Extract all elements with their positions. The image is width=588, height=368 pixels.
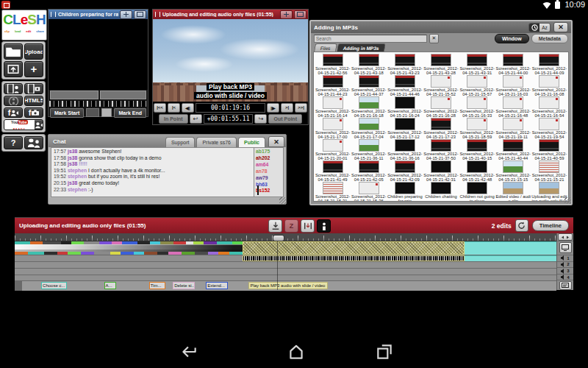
file-item[interactable]: Screenshot_2012-04-15-21-44-00 [495,54,531,75]
file-item[interactable]: Edited video / audio clip [495,182,531,202]
sort-alphabetical-icon[interactable]: Az [539,24,550,32]
file-item[interactable]: Screenshot_2012-04-15-21-15-21 [531,160,567,182]
clip-filmstrip[interactable] [49,101,147,107]
file-item[interactable]: Screenshot_2012-04-15-21-19-54 [531,118,567,139]
file-item[interactable]: Screenshot_2012-04-15-21-44-46 [387,75,423,96]
facebook-photo-button[interactable]: f [24,107,43,118]
audio-waveform-clip[interactable] [243,255,465,261]
audio-track-3[interactable] [15,269,556,275]
film-reel-button[interactable] [4,96,23,107]
file-item[interactable]: Screenshot_2012-04-15-21-15-15 [495,160,531,182]
file-item[interactable]: Screenshot_2012-04-15-21-17-23 [423,118,459,139]
transport-back-button[interactable]: |<< [154,103,166,113]
audio-track-2[interactable] [15,262,556,269]
file-item[interactable]: Screenshot_2012-04-15-21-17-04 [351,118,387,139]
window-mode-button[interactable]: Window [495,34,529,43]
chat-tab-private-ss76[interactable]: Private ss76 [196,137,237,147]
video-track[interactable] [15,241,556,255]
youtube-ready-button[interactable]: YouTube READY [4,119,43,130]
media-browser-close-button[interactable]: ✕ [553,22,568,32]
file-item[interactable]: Screenshot_2012-04-15-21-41-49 [315,160,351,182]
speaker-icon[interactable]: 3 [561,269,569,274]
file-item[interactable]: Screenshot_2012-04-15-21-42-48 [459,160,495,182]
file-item[interactable]: Screenshot_2012-04-15-21-44-09 [531,54,567,75]
file-item[interactable]: Children chatting [423,182,459,202]
file-item[interactable]: Screenshot_2012-04-15-21-20-01 [315,139,351,160]
file-item[interactable]: Screenshot_2012-04-15-21-43-31 [459,54,495,75]
sort-by-time-icon[interactable] [529,24,539,32]
file-item[interactable]: Screenshot_2012-04-15-21-18-59 [459,118,495,139]
mobile-video-export-button[interactable] [4,83,23,94]
upload-button[interactable]: Upload [24,43,43,60]
search-clear-icon[interactable]: ✕ [429,34,439,43]
resize-handle-icon[interactable] [279,197,286,204]
recent-apps-button[interactable] [375,342,394,361]
caption-clip[interactable]: Extend... [206,282,227,289]
ruler-handle[interactable] [273,235,284,241]
clip-progress-left[interactable] [50,91,98,99]
file-item[interactable]: Screenshot_2012-04-15-21-36-16 [387,139,423,160]
file-item[interactable]: Screenshot_2012-04-15-21-16-03 [495,75,531,96]
facebook-video-button[interactable]: f [4,107,23,118]
file-item[interactable]: Children preparing for rain [387,182,423,202]
file-item[interactable]: Screenshot_2012-04-15-21-16-18 [351,96,387,118]
audio-track-4[interactable] [15,275,556,281]
transport-forward-button[interactable]: |▶ [267,103,279,113]
caption-clip[interactable]: Choose c... [41,282,67,289]
overwrite-edit-icon[interactable] [301,219,315,233]
audio-track-1[interactable] [15,255,556,262]
clip-monitor-titlebar[interactable]: Children preparing for rain (00:22) [49,10,148,19]
file-item[interactable]: Screenshot_2012-04-15-21-17-00 [315,118,351,139]
file-item[interactable]: Screenshot_2012-04-15-21-42-56 [315,54,351,75]
speaker-icon[interactable]: 4 [561,275,569,280]
media-browser-header[interactable]: Adding in MP3s Az ✕ [311,21,571,33]
file-item[interactable]: Screenshot_2012-04-15-21-42-05 [351,160,387,182]
file-item[interactable]: Screenshot_2012-04-15-21-16-08 [531,75,567,96]
chat-titlebar[interactable]: Chat SupportPrivate ss76Public ✕ [49,135,286,147]
window-move-button[interactable] [120,10,132,19]
range-zoom-button[interactable] [558,233,573,241]
insert-edit-icon[interactable] [268,219,282,233]
file-item[interactable]: Screenshot_2012-04-15-21-43-18 [351,54,387,75]
tab-files[interactable]: Files [314,43,337,52]
file-item[interactable]: Screenshot_2012-04-15-21-36-11 [351,139,387,160]
file-item[interactable]: Screenshot_2012-04-15-21-42-09 [387,160,423,182]
file-item[interactable]: Uploading and editing audio only files [531,182,567,202]
window-maximize-button[interactable] [294,10,306,19]
clip-progress-right[interactable] [100,91,146,99]
caption-clip[interactable]: Play back MP3 audio with slide / video [248,282,328,289]
file-item[interactable]: Screenshot_2012-04-15-21-15-31 [315,182,351,202]
file-item[interactable]: Screenshot_2012-04-15-21-16-33 [459,96,495,118]
resize-handle-icon[interactable] [564,197,571,204]
chat-message-list[interactable]: 17:57js38awesome Stephen!17:58js38gonna … [51,147,254,197]
mark-range-box[interactable] [101,108,112,117]
home-button[interactable] [287,342,306,361]
file-item[interactable]: Children not going to sleep [459,182,495,202]
transport-forward-button[interactable]: >| [281,103,293,113]
out-point-button[interactable]: Out Point [268,114,302,124]
collaborators-button[interactable] [24,136,43,149]
metadata-button[interactable]: Metadata [531,34,568,43]
file-item[interactable]: Screenshot_2012-04-15-21-15-52 [423,75,459,96]
history-button[interactable] [515,219,528,232]
file-item[interactable]: Screenshot_2012-04-15-21-43-23 [387,54,423,75]
file-item[interactable]: Screenshot_2012-04-15-21-44-37 [351,75,387,96]
file-item[interactable]: Screenshot_2012-04-15-21-17-12 [387,118,423,139]
speaker-icon[interactable]: 1 [561,255,569,261]
file-item[interactable]: Screenshot_2012-04-15-21-42-31 [423,160,459,182]
jump-out-icon[interactable]: ↪ [254,114,267,124]
back-button[interactable] [179,342,198,361]
edit-monitor-titlebar[interactable]: Uploading and editing audio only files (… [153,10,308,19]
mobile-photo-export-button[interactable] [24,83,43,94]
file-item[interactable]: Screenshot_2012-04-15-21-16-48 [495,96,531,118]
file-item[interactable]: Screenshot_2012-04-15-21-40-44 [495,139,531,160]
chat-tab-support[interactable]: Support [165,137,196,147]
speaker-icon[interactable]: 2 [561,262,569,267]
file-item[interactable]: Screenshot_2012-04-15-21-16-24 [387,96,423,118]
video-clips-filmstrip[interactable] [15,241,243,255]
transport-back-button[interactable]: ◀| [182,103,194,113]
file-item[interactable]: Screenshot_2012-04-15-21-15-57 [459,75,495,96]
playhead[interactable] [277,241,278,290]
jump-in-icon[interactable]: ↩ [190,114,202,124]
file-item[interactable]: Screenshot_2012-04-15-21-40-15 [459,139,495,160]
